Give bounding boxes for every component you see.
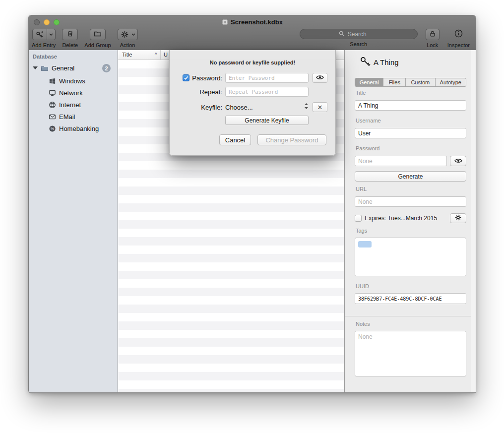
sidebar-item-label: Windows <box>59 77 85 85</box>
keyfile-row: Keyfile: Choose... ✕ <box>170 102 335 113</box>
reveal-password-button[interactable] <box>450 156 466 166</box>
sidebar-item-general[interactable]: General 2 <box>29 63 118 74</box>
trash-icon <box>66 30 74 39</box>
action-dropdown-chevron-icon <box>131 29 137 40</box>
search-label: Search <box>350 41 367 47</box>
expires-settings-button[interactable] <box>450 213 466 223</box>
section-divider <box>345 316 476 316</box>
tab-general[interactable]: General <box>355 78 383 86</box>
title-field[interactable] <box>355 100 466 111</box>
notes-field[interactable] <box>355 331 466 376</box>
toolbar-item-add-group: Add Group <box>84 29 111 48</box>
url-field[interactable] <box>355 196 466 207</box>
clear-keyfile-button[interactable]: ✕ <box>313 102 327 112</box>
toolbar-item-action: Action <box>118 29 138 48</box>
password-checkbox[interactable] <box>183 74 189 81</box>
reveal-password-button[interactable] <box>313 73 327 83</box>
inspector-label: Inspector <box>447 42 470 48</box>
inspector-panel: A Thing General Files Custom Autotype Ti… <box>344 50 476 392</box>
sidebar-item-email[interactable]: EMail <box>29 112 118 123</box>
search-input[interactable] <box>347 30 378 38</box>
password-field[interactable] <box>355 156 447 166</box>
cancel-button[interactable]: Cancel <box>219 134 251 145</box>
envelope-icon <box>49 113 56 123</box>
sidebar-item-label: General <box>52 64 74 72</box>
tag-chip[interactable] <box>358 241 372 247</box>
add-entry-button[interactable] <box>32 29 56 40</box>
eye-icon <box>454 157 462 166</box>
lock-icon <box>429 30 436 39</box>
lock-label: Lock <box>427 42 438 48</box>
eye-icon <box>316 73 324 82</box>
generate-password-button[interactable]: Generate <box>355 171 466 182</box>
enter-password-input[interactable] <box>225 73 309 83</box>
username-label: Username <box>356 118 381 124</box>
toolbar-item-lock: Lock <box>426 29 440 48</box>
column-header-username[interactable]: U <box>164 52 168 58</box>
action-button[interactable] <box>118 29 138 40</box>
desktop: { "window": { "title": "Screenshot.kdbx"… <box>0 0 504 433</box>
password-field-label: Password: <box>192 74 222 82</box>
add-group-button[interactable] <box>90 29 106 40</box>
sidebar-item-internet[interactable]: Internet <box>29 100 118 111</box>
window-title-text: Screenshot.kdbx <box>231 18 283 26</box>
toolbar-left: Add Entry Delete Add Group <box>32 29 144 48</box>
uuid-label: UUID <box>356 283 369 289</box>
sidebar-item-label: EMail <box>59 113 75 121</box>
column-header-title[interactable]: Title <box>122 52 132 58</box>
delete-button[interactable] <box>62 29 78 40</box>
disclosure-triangle-icon[interactable] <box>33 66 38 69</box>
repeat-field-label: Repeat: <box>199 88 222 96</box>
sidebar-item-homebanking[interactable]: % Homebanking <box>29 124 118 134</box>
keyfile-popup[interactable]: Choose... <box>225 102 309 112</box>
title-label: Title <box>356 90 366 96</box>
add-entry-dropdown[interactable] <box>47 29 55 40</box>
sidebar-item-windows[interactable]: Windows <box>29 76 118 87</box>
uuid-field[interactable] <box>355 293 466 304</box>
inspector-scrollbar[interactable] <box>471 50 476 392</box>
sidebar-item-label: Homebanking <box>59 125 99 132</box>
sheet-message: No password or keyfile supplied! <box>170 60 335 65</box>
password-label: Password <box>356 145 379 151</box>
app-window: Screenshot.kdbx Add Entry <box>28 15 476 393</box>
repeat-password-input[interactable] <box>225 87 309 97</box>
gear-icon <box>118 29 131 40</box>
percent-coin-icon: % <box>49 125 56 134</box>
check-icon <box>184 75 189 80</box>
column-divider[interactable] <box>160 50 161 60</box>
document-icon <box>222 19 228 27</box>
expires-row: Expires: Tues...March 2015 <box>355 213 466 223</box>
sidebar-section-header: Database <box>33 54 57 60</box>
group-folder-icon <box>41 64 49 74</box>
close-x-icon: ✕ <box>317 104 323 111</box>
key-plus-icon <box>33 29 47 40</box>
entry-title: A Thing <box>374 58 399 66</box>
tab-files[interactable]: Files <box>383 78 405 86</box>
toolbar-item-inspector: Inspector <box>447 29 470 48</box>
svg-text:%: % <box>51 126 54 131</box>
change-password-button[interactable]: Change Password <box>257 134 326 145</box>
notes-label: Notes <box>356 321 370 327</box>
window-title: Screenshot.kdbx <box>29 18 476 27</box>
toolbar-item-add-entry: Add Entry <box>32 29 56 48</box>
tab-autotype[interactable]: Autotype <box>435 78 466 86</box>
tags-box[interactable] <box>355 238 466 276</box>
tab-custom[interactable]: Custom <box>405 78 435 86</box>
search-field[interactable] <box>300 29 418 39</box>
expires-checkbox[interactable] <box>355 215 362 222</box>
sidebar-item-label: Network <box>59 89 83 97</box>
gear-icon <box>455 214 461 223</box>
add-entry-label: Add Entry <box>32 42 56 48</box>
keyfile-popup-value: Choose... <box>225 104 253 111</box>
globe-icon <box>49 101 56 111</box>
sidebar-item-network[interactable]: Network <box>29 88 118 99</box>
inspector-tabs: General Files Custom Autotype <box>355 78 466 87</box>
username-field[interactable] <box>355 128 466 138</box>
inspector-toggle-button[interactable] <box>454 29 463 40</box>
folder-icon <box>94 30 102 40</box>
generate-keyfile-button[interactable]: Generate Keyfile <box>225 116 309 125</box>
toolbar-item-delete: Delete <box>62 29 78 48</box>
expires-label: Expires: Tues...March 2015 <box>365 215 437 222</box>
key-icon <box>360 56 372 70</box>
lock-button[interactable] <box>426 29 440 40</box>
